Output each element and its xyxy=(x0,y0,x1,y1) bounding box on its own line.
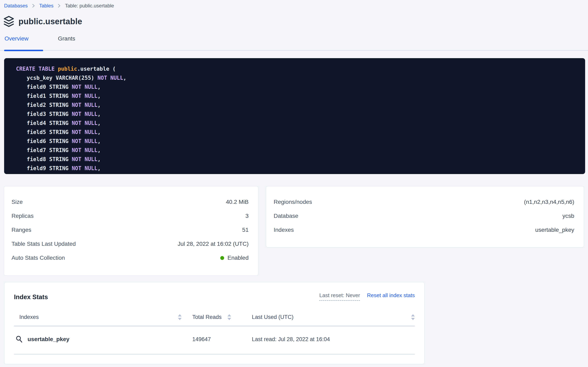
stat-label: Regions/nodes xyxy=(274,199,312,205)
stat-value: 40.2 MiB xyxy=(226,199,249,205)
stat-row: Auto Stats CollectionEnabled xyxy=(11,251,248,265)
index-stats-title: Index Stats xyxy=(14,293,48,301)
sql-code-line: field4 STRING NOT NULL, xyxy=(16,118,581,128)
stat-row: Ranges51 xyxy=(11,223,248,237)
stat-row: Regions/nodes(n1,n2,n3,n4,n5,n6) xyxy=(274,195,574,209)
column-header-indexes-label: Indexes xyxy=(19,314,39,320)
tab-overview[interactable]: Overview xyxy=(4,35,35,50)
stat-label: Indexes xyxy=(274,227,294,233)
stat-row: Indexesusertable_pkey xyxy=(274,223,574,237)
index-name-link[interactable]: usertable_pkey xyxy=(27,336,69,342)
column-header-indexes[interactable]: Indexes xyxy=(19,314,182,320)
page-title: public.usertable xyxy=(18,17,82,26)
column-header-last-used-label: Last Used (UTC) xyxy=(252,314,294,320)
breadcrumb-databases[interactable]: Databases xyxy=(4,3,28,9)
stat-row: Databaseycsb xyxy=(274,209,574,223)
tab-bar: OverviewGrants xyxy=(0,35,588,51)
index-table-header: Indexes Total Reads Last Used (UTC) xyxy=(14,314,415,320)
table-details-card: Size40.2 MiBReplicas3Ranges51Table Stats… xyxy=(4,186,258,276)
sort-icon[interactable] xyxy=(227,314,231,320)
index-table-row: usertable_pkey149647Last read: Jul 28, 2… xyxy=(14,326,415,354)
overview-cards: Size40.2 MiBReplicas3Ranges51Table Stats… xyxy=(4,186,588,276)
sort-icon[interactable] xyxy=(178,314,182,320)
breadcrumb: Databases Tables Table: public.usertable xyxy=(0,0,588,9)
sql-code-line: field1 STRING NOT NULL, xyxy=(16,92,581,100)
tab-label: Grants xyxy=(58,35,75,42)
breadcrumb-current: Table: public.usertable xyxy=(65,3,114,9)
chevron-right-icon xyxy=(32,3,35,8)
column-header-total-reads-label: Total Reads xyxy=(192,314,222,320)
stat-row: Table Stats Last UpdatedJul 28, 2022 at … xyxy=(11,237,248,251)
active-tab-indicator xyxy=(4,50,43,51)
sql-code-line: field8 STRING NOT NULL, xyxy=(16,155,581,164)
stat-value: usertable_pkey xyxy=(535,227,574,233)
reset-all-index-stats-link[interactable]: Reset all index stats xyxy=(367,292,415,299)
sql-code-line: ycsb_key VARCHAR(255) NOT NULL, xyxy=(16,73,581,82)
sql-code-line: field2 STRING NOT NULL, xyxy=(16,100,581,109)
stat-value: 51 xyxy=(242,227,248,233)
column-header-last-used[interactable]: Last Used (UTC) xyxy=(250,314,415,320)
last-reset-label[interactable]: Last reset: Never xyxy=(319,292,360,301)
sql-code-line: field0 STRING NOT NULL, xyxy=(16,82,581,92)
total-reads-cell: 149647 xyxy=(182,336,250,342)
stat-value: 3 xyxy=(245,213,248,219)
sql-code-line: field5 STRING NOT NULL, xyxy=(16,128,581,137)
column-header-total-reads[interactable]: Total Reads xyxy=(182,314,250,320)
sql-code-line: CREATE TABLE public.usertable ( xyxy=(16,64,581,73)
stat-value: Jul 28, 2022 at 16:02 (UTC) xyxy=(177,241,248,247)
stat-label: Ranges xyxy=(11,227,32,233)
last-used-cell: Last read: Jul 28, 2022 at 16:04 xyxy=(250,336,415,342)
sql-code-line: field7 STRING NOT NULL, xyxy=(16,146,581,155)
tab-grants[interactable]: Grants xyxy=(58,35,88,50)
table-stack-icon xyxy=(4,16,14,27)
stat-row: Size40.2 MiB xyxy=(11,195,248,209)
stat-label: Database xyxy=(274,213,298,219)
sort-icon[interactable] xyxy=(411,314,415,320)
stat-label: Auto Stats Collection xyxy=(11,255,65,261)
stat-label: Replicas xyxy=(11,213,33,219)
stat-value: (n1,n2,n3,n4,n5,n6) xyxy=(524,199,574,205)
table-divider xyxy=(14,354,415,354)
create-table-sql-block: CREATE TABLE public.usertable (ycsb_key … xyxy=(4,58,585,174)
stat-label: Size xyxy=(11,199,23,205)
search-icon xyxy=(16,335,23,343)
stat-row: Replicas3 xyxy=(11,209,248,223)
page-header: public.usertable xyxy=(4,16,588,27)
table-location-card: Regions/nodes(n1,n2,n3,n4,n5,n6)Database… xyxy=(266,186,584,248)
stat-value: ycsb xyxy=(562,213,574,219)
sql-code-line: field9 STRING NOT NULL, xyxy=(16,164,581,173)
breadcrumb-tables[interactable]: Tables xyxy=(39,3,53,9)
chevron-right-icon xyxy=(58,3,61,8)
tab-label: Overview xyxy=(5,35,29,42)
index-stats-card: Index Stats Last reset: Never Reset all … xyxy=(4,282,425,364)
status-dot xyxy=(220,256,224,260)
stat-label: Table Stats Last Updated xyxy=(11,241,76,247)
stat-value: Enabled xyxy=(220,255,248,261)
sql-code-line: field3 STRING NOT NULL, xyxy=(16,109,581,118)
index-name-cell[interactable]: usertable_pkey xyxy=(14,335,182,343)
sql-code-line: field6 STRING NOT NULL, xyxy=(16,137,581,146)
